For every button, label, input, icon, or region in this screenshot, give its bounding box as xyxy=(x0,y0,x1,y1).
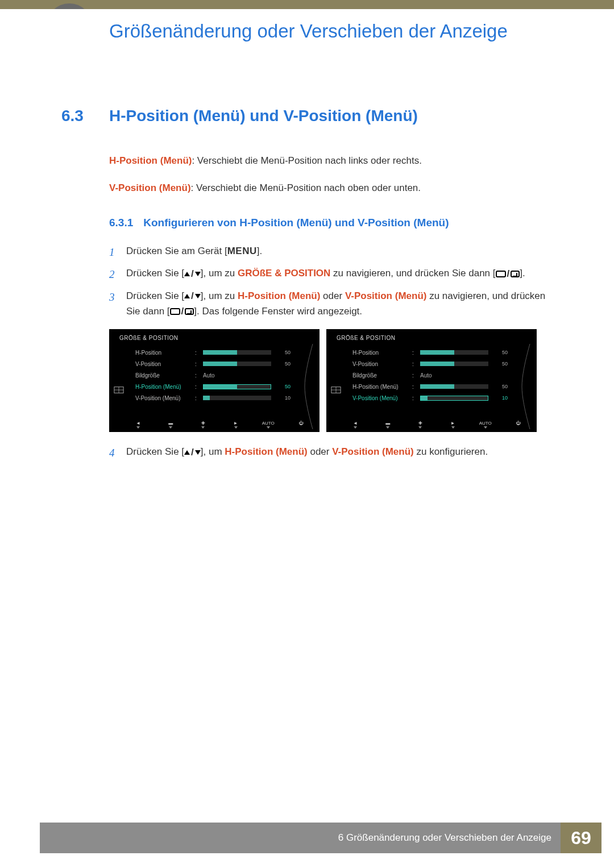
subsection-title: Konfigurieren von H-Position (Menü) und … xyxy=(143,217,449,229)
menu-button-label: MENU xyxy=(227,246,257,256)
step-1-text-b: ]. xyxy=(257,246,262,256)
section-body: H-Position (Menü): Verschiebt die Menü-P… xyxy=(109,153,556,195)
osd-row-label: H-Position (Menü) xyxy=(135,384,195,390)
step-1: 1 Drücken Sie am Gerät [MENU]. xyxy=(109,244,556,260)
step-3: 3 Drücken Sie [/], um zu H-Position (Men… xyxy=(109,289,556,319)
osd-bottom-bar: ◄ ▬ ✚ ► AUTO ⏻ xyxy=(116,421,313,429)
step-3-or: oder xyxy=(320,290,345,301)
osd-title: GRÖßE & POSITION xyxy=(337,335,530,341)
osd-back-icon: ◄ xyxy=(350,421,360,429)
osd-category-icon xyxy=(114,385,125,396)
osd-forward-icon: ► xyxy=(231,421,241,429)
step-2-text-a: Drücken Sie [ xyxy=(126,268,184,279)
osd-row-value: 50 xyxy=(273,350,291,355)
osd-slider: 50 xyxy=(420,384,530,389)
osd-row-value: 50 xyxy=(491,350,508,355)
osd-panel-left: GRÖßE & POSITION H-Position:50V-Position… xyxy=(109,329,320,432)
step-3-text-b: ], um zu xyxy=(201,290,238,301)
osd-colon: : xyxy=(195,395,203,401)
v-position-description: V-Position (Menü): Verschiebt die Menü-P… xyxy=(109,181,556,196)
osd-row-text: Auto xyxy=(420,372,432,379)
osd-bottom-bar: ◄ ▬ ✚ ► AUTO ⏻ xyxy=(333,421,530,429)
osd-row-label: Bildgröße xyxy=(352,372,412,379)
step-3-text-d: ]. Das folgende Fenster wird angezeigt. xyxy=(194,306,362,317)
section-number: 6.3 xyxy=(61,107,96,125)
osd-row-label: V-Position (Menü) xyxy=(135,395,195,401)
osd-slider: 10 xyxy=(420,395,530,401)
osd-slider: 50 xyxy=(420,350,530,355)
osd-row-value: 10 xyxy=(273,395,291,401)
osd-row-value: 10 xyxy=(491,395,508,401)
step-4: 4 Drücken Sie [/], um H-Position (Menü) … xyxy=(109,445,556,461)
osd-row-label: V-Position (Menü) xyxy=(352,395,412,401)
step-number: 2 xyxy=(109,266,118,283)
osd-colon: : xyxy=(412,350,420,356)
term-h-position: H-Position (Menü) xyxy=(109,155,192,166)
osd-row: V-Position:50 xyxy=(333,358,530,369)
osd-row-value: 50 xyxy=(491,361,508,367)
osd-plus-icon: ✚ xyxy=(415,421,425,429)
osd-back-icon: ◄ xyxy=(133,421,143,429)
osd-row-label: H-Position xyxy=(135,350,195,356)
page-footer: 6 Größenänderung oder Verschieben der An… xyxy=(0,823,614,853)
h-pos-menu: H-Position (Menü) xyxy=(225,446,307,457)
up-down-icon: / xyxy=(184,289,201,304)
osd-row: H-Position (Menü):50 xyxy=(333,381,530,392)
step-number: 4 xyxy=(109,445,118,461)
osd-row-label: V-Position xyxy=(135,361,195,367)
step-4-or: oder xyxy=(308,446,332,457)
osd-category-icon xyxy=(331,385,342,396)
step-4-text-a: Drücken Sie [ xyxy=(126,446,184,457)
footer-page-number: 69 xyxy=(561,823,601,853)
osd-curve-decor xyxy=(518,344,533,429)
osd-minus-icon: ▬ xyxy=(383,421,393,429)
osd-colon: : xyxy=(195,361,203,367)
step-2: 2 Drücken Sie [/], um zu GRÖßE & POSITIO… xyxy=(109,266,556,283)
osd-colon: : xyxy=(195,384,203,390)
top-accent-bar xyxy=(0,0,614,9)
osd-forward-icon: ► xyxy=(448,421,458,429)
osd-row: H-Position:50 xyxy=(333,347,530,358)
step-2-text-d: ]. xyxy=(520,268,525,279)
osd-row: H-Position:50 xyxy=(116,347,313,358)
osd-colon: : xyxy=(412,372,420,379)
osd-screenshots: GRÖßE & POSITION H-Position:50V-Position… xyxy=(109,329,556,432)
osd-slider: 50 xyxy=(203,350,313,355)
osd-row: Bildgröße:Auto xyxy=(333,369,530,381)
steps-list-cont: 4 Drücken Sie [/], um H-Position (Menü) … xyxy=(109,445,556,461)
subsection-number: 6.3.1 xyxy=(109,217,133,229)
confirm-enter-icon: / xyxy=(496,267,520,281)
osd-row-label: H-Position (Menü) xyxy=(352,384,412,390)
osd-colon: : xyxy=(195,372,203,379)
osd-row: V-Position (Menü):10 xyxy=(116,392,313,404)
up-down-icon: / xyxy=(184,267,201,281)
osd-row: Bildgröße:Auto xyxy=(116,369,313,381)
section-title: H-Position (Menü) und V-Position (Menü) xyxy=(109,107,418,125)
v-position-text: : Verschiebt die Menü-Position nach oben… xyxy=(191,182,421,193)
osd-slider: 50 xyxy=(203,384,313,389)
osd-row: H-Position (Menü):50 xyxy=(116,381,313,392)
v-pos-menu: V-Position (Menü) xyxy=(332,446,414,457)
step-1-text-a: Drücken Sie am Gerät [ xyxy=(126,246,227,256)
step-number: 3 xyxy=(109,289,118,319)
osd-curve-decor xyxy=(301,344,316,429)
step-number: 1 xyxy=(109,244,118,260)
osd-slider: 50 xyxy=(203,361,313,367)
page-content: 6.3 H-Position (Menü) und V-Position (Me… xyxy=(61,107,556,467)
osd-slider: 50 xyxy=(420,361,530,367)
step-2-text-b: ], um zu xyxy=(201,268,238,279)
osd-row: V-Position (Menü):10 xyxy=(333,392,530,404)
osd-panel-right: GRÖßE & POSITION H-Position:50V-Position… xyxy=(326,329,537,432)
osd-plus-icon: ✚ xyxy=(198,421,208,429)
osd-row: V-Position:50 xyxy=(116,358,313,369)
osd-row-value: 50 xyxy=(273,361,291,367)
chapter-title: Größenänderung oder Verschieben der Anze… xyxy=(109,19,508,43)
subsection-heading: 6.3.1 Konfigurieren von H-Position (Menü… xyxy=(109,217,556,229)
osd-title: GRÖßE & POSITION xyxy=(119,335,313,341)
h-pos-menu: H-Position (Menü) xyxy=(238,290,320,301)
step-2-text-c: zu navigieren, und drücken Sie dann [ xyxy=(330,268,495,279)
step-4-text-c: zu konfigurieren. xyxy=(414,446,488,457)
osd-auto-label: AUTO xyxy=(263,421,273,429)
osd-row-label: Bildgröße xyxy=(135,372,195,379)
section-heading: 6.3 H-Position (Menü) und V-Position (Me… xyxy=(61,107,556,125)
